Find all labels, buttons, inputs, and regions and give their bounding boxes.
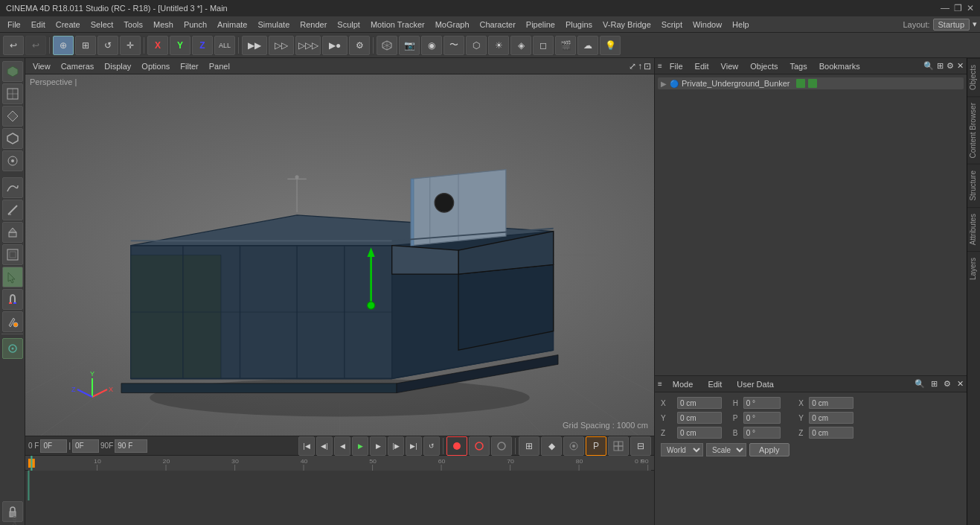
prev-key-btn[interactable]: ◀| [316, 436, 333, 456]
layout-value[interactable]: Startup [933, 19, 970, 31]
vp-menu-cameras[interactable]: Cameras [57, 60, 99, 72]
menu-file[interactable]: File [3, 19, 25, 31]
next-frame-btn[interactable]: ▶ [370, 436, 386, 456]
objects-expand-icon[interactable]: ⊞ [937, 61, 944, 71]
move-tool-btn[interactable]: ⊕ [53, 36, 74, 55]
spline-btn[interactable]: 〜 [443, 36, 464, 55]
frame-input-2[interactable] [72, 439, 99, 453]
menu-pipeline[interactable]: Pipeline [522, 19, 560, 31]
coord-x-size-input[interactable] [809, 397, 854, 409]
menu-motion-tracker[interactable]: Motion Tracker [366, 19, 429, 31]
minimize-btn[interactable]: — [941, 3, 949, 13]
prev-frame-btn[interactable]: ◀ [334, 436, 350, 456]
menu-sculpt[interactable]: Sculpt [333, 19, 365, 31]
model-mode-btn[interactable] [2, 61, 23, 82]
coord-y-size-input[interactable] [809, 412, 854, 424]
param-btn[interactable] [608, 436, 629, 456]
objects-close-icon[interactable]: ✕ [957, 61, 964, 71]
menu-edit[interactable]: Edit [27, 19, 50, 31]
menu-animate[interactable]: Animate [213, 19, 252, 31]
display-btn[interactable]: ◻ [533, 36, 554, 55]
menu-simulate[interactable]: Simulate [253, 19, 294, 31]
render-btn[interactable]: ▷▷▷ [295, 36, 321, 55]
layout-dropdown-icon[interactable]: ▾ [973, 19, 977, 29]
mesh-mode-btn[interactable] [2, 83, 23, 104]
go-start-btn[interactable]: |◀ [298, 436, 315, 456]
autokey-mode-btn[interactable]: P [586, 436, 606, 456]
viewport[interactable]: Perspective | [25, 74, 654, 436]
auto-key-btn[interactable] [469, 436, 490, 456]
objects-edit-menu[interactable]: Edit [691, 60, 714, 72]
objects-file-menu[interactable]: File [665, 60, 688, 72]
menu-tools[interactable]: Tools [119, 19, 147, 31]
play-btn[interactable]: ▶ [352, 436, 368, 456]
objects-objects-menu[interactable]: Objects [746, 60, 782, 72]
maximize-btn[interactable]: ❐ [954, 3, 962, 13]
attrs-userdata-menu[interactable]: User Data [732, 378, 778, 390]
scene-btn[interactable]: 🎬 [555, 36, 576, 55]
object-list-item[interactable]: ▶ 🔵 Private_Underground_Bunker [658, 77, 964, 89]
coord-x-input[interactable] [677, 397, 722, 409]
all-axes-btn[interactable]: ALL [214, 36, 235, 55]
paint-btn[interactable] [2, 311, 23, 332]
vp-menu-display[interactable]: Display [100, 60, 135, 72]
axis-x-btn[interactable]: X [147, 36, 168, 55]
menu-create[interactable]: Create [51, 19, 85, 31]
light-btn[interactable]: ☀ [488, 36, 509, 55]
view-cube-btn[interactable] [377, 36, 397, 55]
sky-btn[interactable]: ☁ [577, 36, 598, 55]
menu-character[interactable]: Character [475, 19, 520, 31]
vp-menu-view[interactable]: View [28, 60, 55, 72]
interactive-render-btn[interactable]: ▶● [322, 36, 348, 55]
play-region-btn[interactable]: ▶▶ [242, 36, 267, 55]
next-key-btn[interactable]: |▶ [388, 436, 404, 456]
undo-btn[interactable]: ↩ [3, 36, 24, 55]
attrs-settings-icon[interactable]: ⚙ [944, 379, 951, 389]
world-dropdown[interactable]: World Object [661, 443, 703, 456]
redo-btn[interactable]: ↩ [25, 36, 46, 55]
extrude-tool-btn[interactable] [2, 222, 23, 243]
deformer-btn[interactable]: ⬡ [466, 36, 487, 55]
go-end-btn[interactable]: ▶| [406, 436, 422, 456]
object-btn[interactable]: ◉ [421, 36, 442, 55]
scale-dropdown[interactable]: Scale Size [706, 443, 746, 456]
axis-z-btn[interactable]: Z [192, 36, 213, 55]
menu-window[interactable]: Window [688, 19, 726, 31]
key-mode-btn[interactable]: ◆ [541, 436, 562, 456]
edge-mode-btn[interactable] [2, 128, 23, 149]
menu-select[interactable]: Select [86, 19, 118, 31]
knife-tool-btn[interactable] [2, 200, 23, 220]
far-tab-content-browser[interactable]: Content Browser [967, 96, 980, 164]
current-frame-input[interactable] [40, 439, 67, 453]
coord-b-input[interactable] [743, 427, 781, 439]
loop-btn[interactable]: ↺ [423, 436, 440, 456]
menu-script[interactable]: Script [657, 19, 687, 31]
menu-mograph[interactable]: MoGraph [431, 19, 474, 31]
record-active-btn[interactable] [446, 436, 467, 456]
timeline-track[interactable] [25, 471, 654, 525]
attrs-expand-icon[interactable]: ⊞ [931, 379, 938, 389]
spline-tool-btn[interactable] [2, 177, 23, 198]
tag-btn[interactable]: ◈ [510, 36, 531, 55]
vp-menu-panel[interactable]: Panel [205, 60, 234, 72]
objects-bookmarks-menu[interactable]: Bookmarks [815, 60, 865, 72]
far-tab-structure[interactable]: Structure [967, 164, 980, 207]
coord-z-size-input[interactable] [809, 427, 854, 439]
camera-view-icon[interactable]: ↑ [638, 61, 642, 71]
point-mode-btn[interactable] [2, 150, 23, 171]
objects-view-menu[interactable]: View [717, 60, 743, 72]
coord-y-input[interactable] [677, 412, 722, 424]
coord-z-input[interactable] [677, 427, 722, 439]
menu-render[interactable]: Render [295, 19, 331, 31]
close-btn[interactable]: ✕ [967, 3, 974, 13]
vp-menu-options[interactable]: Options [137, 60, 174, 72]
rotate-tool-btn[interactable]: ↺ [97, 36, 118, 55]
objects-tags-menu[interactable]: Tags [786, 60, 812, 72]
menu-mesh[interactable]: Mesh [149, 19, 178, 31]
axis-y-btn[interactable]: Y [170, 36, 190, 55]
polygon-mode-btn[interactable] [2, 106, 23, 127]
render-settings-btn[interactable]: ⚙ [349, 36, 370, 55]
expand-icon[interactable]: ⤢ [629, 61, 636, 71]
attrs-mode-menu[interactable]: Mode [668, 378, 698, 390]
timeline-mode-btn[interactable]: ⊞ [519, 436, 539, 456]
